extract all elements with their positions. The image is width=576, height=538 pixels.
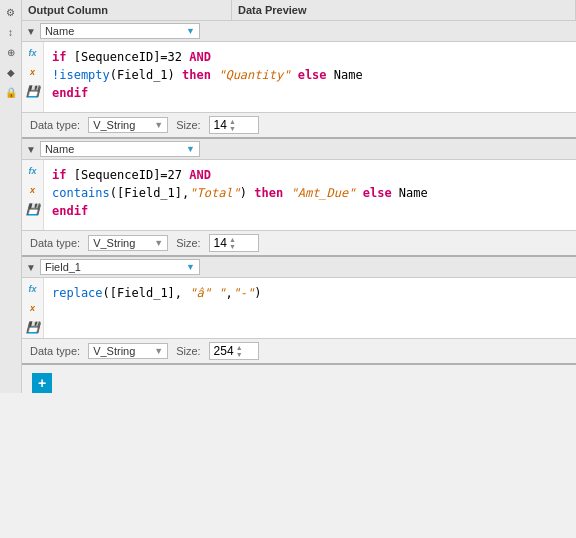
formula-block-3: ▼ Field_1 ▼ fx x 💾 replace([Field_1], "â…	[22, 257, 576, 365]
column-dropdown-2[interactable]: Name ▼	[40, 141, 200, 157]
datatype-dropdown-1[interactable]: V_String ▼	[88, 117, 168, 133]
disk-icon-2[interactable]: 💾	[25, 201, 41, 217]
datatype-label-1: Data type:	[30, 119, 80, 131]
size-value-2: 14	[214, 236, 227, 250]
formula-content-3: fx x 💾 replace([Field_1], "â" ","-")	[22, 278, 576, 338]
size-value-3: 254	[214, 344, 234, 358]
globe-icon[interactable]: ⊕	[3, 44, 19, 60]
size-field-2[interactable]: 14 ▲ ▼	[209, 234, 259, 252]
spinner-down-3[interactable]: ▼	[236, 351, 243, 358]
column-name-3: Field_1	[45, 261, 81, 273]
size-spinner-3[interactable]: ▲ ▼	[236, 344, 243, 358]
left-panel: ⚙ ↕ ⊕ ◆ 🔒	[0, 0, 22, 393]
size-label-2: Size:	[176, 237, 200, 249]
datatype-value-1: V_String	[93, 119, 135, 131]
chevron-down-icon-2[interactable]: ▼	[26, 144, 36, 155]
fx-icon-3[interactable]: fx	[25, 281, 41, 297]
dropdown-arrow-2: ▼	[186, 144, 195, 154]
disk-icon-1[interactable]: 💾	[25, 83, 41, 99]
content-area: Output Column Data Preview ▼ Name ▼ fx x…	[22, 0, 576, 393]
gear-icon[interactable]: ⚙	[3, 4, 19, 20]
output-column-header: Output Column	[22, 0, 232, 20]
x-icon-2[interactable]: x	[25, 182, 41, 198]
datatype-dropdown-3[interactable]: V_String ▼	[88, 343, 168, 359]
column-headers: Output Column Data Preview	[22, 0, 576, 21]
datatype-arrow-1: ▼	[154, 120, 163, 130]
size-label-3: Size:	[176, 345, 200, 357]
formula-code-3[interactable]: replace([Field_1], "â" ","-")	[44, 278, 576, 338]
x-icon-3[interactable]: x	[25, 300, 41, 316]
formula-footer-2: Data type: V_String ▼ Size: 14 ▲ ▼	[22, 230, 576, 255]
data-preview-header: Data Preview	[232, 0, 576, 20]
datatype-value-3: V_String	[93, 345, 135, 357]
formula-header-2: ▼ Name ▼	[22, 139, 576, 160]
disk-icon-3[interactable]: 💾	[25, 319, 41, 335]
formula-code-1[interactable]: if [SequenceID]=32 AND !isempty(Field_1)…	[44, 42, 576, 112]
size-spinner-2[interactable]: ▲ ▼	[229, 236, 236, 250]
diamond-icon[interactable]: ◆	[3, 64, 19, 80]
datatype-label-3: Data type:	[30, 345, 80, 357]
formula-content-2: fx x 💾 if [SequenceID]=27 AND contains([…	[22, 160, 576, 230]
dropdown-arrow-1: ▼	[186, 26, 195, 36]
main-wrapper: ⚙ ↕ ⊕ ◆ 🔒 Output Column Data Preview ▼ N…	[0, 0, 576, 393]
chevron-down-icon-3[interactable]: ▼	[26, 262, 36, 273]
dropdown-arrow-3: ▼	[186, 262, 195, 272]
datatype-value-2: V_String	[93, 237, 135, 249]
chevron-down-icon-1[interactable]: ▼	[26, 26, 36, 37]
datatype-arrow-3: ▼	[154, 346, 163, 356]
formula-block-1: ▼ Name ▼ fx x 💾 if [SequenceID]=32 AND !…	[22, 21, 576, 139]
formula-icons-3: fx x 💾	[22, 278, 44, 338]
add-button-row: +	[22, 365, 576, 393]
formula-header-1: ▼ Name ▼	[22, 21, 576, 42]
column-dropdown-1[interactable]: Name ▼	[40, 23, 200, 39]
formula-content-1: fx x 💾 if [SequenceID]=32 AND !isempty(F…	[22, 42, 576, 112]
formula-code-2[interactable]: if [SequenceID]=27 AND contains([Field_1…	[44, 160, 576, 230]
size-field-3[interactable]: 254 ▲ ▼	[209, 342, 259, 360]
add-row-button[interactable]: +	[32, 373, 52, 393]
datatype-dropdown-2[interactable]: V_String ▼	[88, 235, 168, 251]
fx-icon-2[interactable]: fx	[25, 163, 41, 179]
spinner-up-3[interactable]: ▲	[236, 344, 243, 351]
fx-icon-1[interactable]: fx	[25, 45, 41, 61]
formula-block-2: ▼ Name ▼ fx x 💾 if [SequenceID]=27 AND c…	[22, 139, 576, 257]
formula-footer-3: Data type: V_String ▼ Size: 254 ▲ ▼	[22, 338, 576, 363]
formula-header-3: ▼ Field_1 ▼	[22, 257, 576, 278]
size-label-1: Size:	[176, 119, 200, 131]
spinner-up-2[interactable]: ▲	[229, 236, 236, 243]
spinner-down-1[interactable]: ▼	[229, 125, 236, 132]
column-name-1: Name	[45, 25, 74, 37]
datatype-label-2: Data type:	[30, 237, 80, 249]
x-icon-1[interactable]: x	[25, 64, 41, 80]
sort-icon[interactable]: ↕	[3, 24, 19, 40]
size-field-1[interactable]: 14 ▲ ▼	[209, 116, 259, 134]
formula-icons-2: fx x 💾	[22, 160, 44, 230]
size-spinner-1[interactable]: ▲ ▼	[229, 118, 236, 132]
column-name-2: Name	[45, 143, 74, 155]
lock-icon[interactable]: 🔒	[3, 84, 19, 100]
column-dropdown-3[interactable]: Field_1 ▼	[40, 259, 200, 275]
datatype-arrow-2: ▼	[154, 238, 163, 248]
spinner-down-2[interactable]: ▼	[229, 243, 236, 250]
formula-icons-1: fx x 💾	[22, 42, 44, 112]
size-value-1: 14	[214, 118, 227, 132]
formula-footer-1: Data type: V_String ▼ Size: 14 ▲ ▼	[22, 112, 576, 137]
spinner-up-1[interactable]: ▲	[229, 118, 236, 125]
